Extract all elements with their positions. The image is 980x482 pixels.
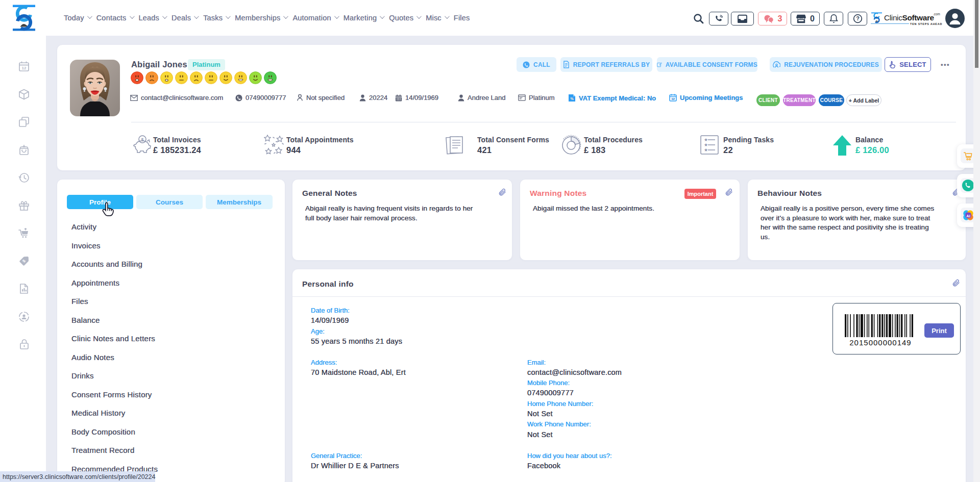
svg-text:★: ★ xyxy=(704,137,708,142)
svg-text:★: ★ xyxy=(704,147,708,153)
svg-text:12: 12 xyxy=(671,97,675,100)
svg-text:ClinicSoftware: ClinicSoftware xyxy=(884,13,935,22)
svg-text:.com: .com xyxy=(933,12,940,16)
svg-text:?: ? xyxy=(856,15,860,21)
svg-text:$: $ xyxy=(141,137,143,142)
svg-text:★: ★ xyxy=(704,142,708,147)
svg-text:%: % xyxy=(570,97,574,100)
svg-text:AI: AI xyxy=(966,213,970,218)
svg-text:12: 12 xyxy=(22,66,27,70)
svg-text:TEN STEPS AHEAD: TEN STEPS AHEAD xyxy=(910,22,942,26)
